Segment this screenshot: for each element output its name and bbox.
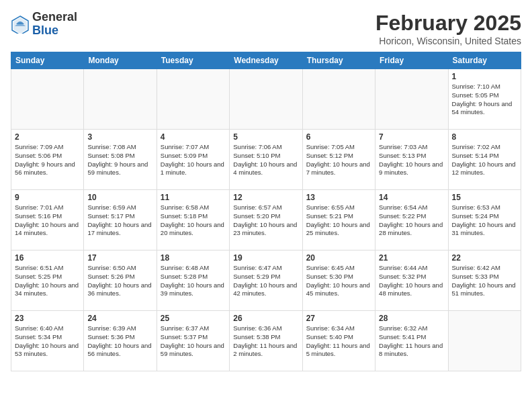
calendar-cell: 7Sunrise: 7:03 AM Sunset: 5:13 PM Daylig… [375, 130, 448, 190]
calendar-cell: 20Sunrise: 6:45 AM Sunset: 5:30 PM Dayli… [302, 250, 375, 311]
day-info: Sunrise: 6:42 AM Sunset: 5:33 PM Dayligh… [452, 264, 517, 298]
day-number: 26 [233, 314, 298, 323]
day-number: 16 [15, 253, 80, 263]
day-info: Sunrise: 6:39 AM Sunset: 5:36 PM Dayligh… [87, 324, 152, 359]
day-info: Sunrise: 6:36 AM Sunset: 5:38 PM Dayligh… [233, 324, 298, 359]
calendar-cell: 10Sunrise: 6:59 AM Sunset: 5:17 PM Dayli… [84, 190, 157, 250]
day-info: Sunrise: 6:53 AM Sunset: 5:24 PM Dayligh… [452, 203, 517, 238]
calendar-cell: 27Sunrise: 6:34 AM Sunset: 5:40 PM Dayli… [302, 311, 375, 371]
day-number: 9 [15, 193, 80, 202]
calendar-week-row: 23Sunrise: 6:40 AM Sunset: 5:34 PM Dayli… [11, 311, 521, 371]
calendar-title: February 2025 [375, 11, 521, 36]
day-info: Sunrise: 6:57 AM Sunset: 5:20 PM Dayligh… [233, 203, 298, 238]
calendar-cell: 3Sunrise: 7:08 AM Sunset: 5:08 PM Daylig… [84, 130, 157, 190]
day-number: 3 [87, 132, 152, 142]
day-number: 12 [233, 193, 298, 202]
day-number: 19 [233, 253, 298, 263]
calendar-cell: 13Sunrise: 6:55 AM Sunset: 5:21 PM Dayli… [302, 190, 375, 250]
calendar-cell: 19Sunrise: 6:47 AM Sunset: 5:29 PM Dayli… [230, 250, 302, 311]
page-header: General Blue February 2025 Horicon, Wisc… [11, 11, 521, 46]
day-of-week-header: Wednesday [230, 52, 302, 69]
day-info: Sunrise: 6:45 AM Sunset: 5:30 PM Dayligh… [306, 264, 371, 298]
calendar-week-row: 1Sunrise: 7:10 AM Sunset: 5:05 PM Daylig… [11, 69, 521, 130]
calendar-cell: 21Sunrise: 6:44 AM Sunset: 5:32 PM Dayli… [375, 250, 448, 311]
day-number: 4 [161, 132, 226, 142]
day-info: Sunrise: 6:34 AM Sunset: 5:40 PM Dayligh… [306, 324, 371, 359]
calendar-cell: 8Sunrise: 7:02 AM Sunset: 5:14 PM Daylig… [448, 130, 521, 190]
day-number: 18 [161, 253, 226, 263]
calendar-cell: 12Sunrise: 6:57 AM Sunset: 5:20 PM Dayli… [230, 190, 302, 250]
day-info: Sunrise: 6:37 AM Sunset: 5:37 PM Dayligh… [161, 324, 226, 359]
calendar-cell: 18Sunrise: 6:48 AM Sunset: 5:28 PM Dayli… [157, 250, 229, 311]
day-number: 27 [306, 314, 371, 323]
day-info: Sunrise: 6:51 AM Sunset: 5:25 PM Dayligh… [15, 264, 80, 298]
calendar-cell: 1Sunrise: 7:10 AM Sunset: 5:05 PM Daylig… [448, 69, 521, 130]
day-info: Sunrise: 6:48 AM Sunset: 5:28 PM Dayligh… [161, 264, 226, 298]
day-number: 23 [15, 314, 80, 323]
day-info: Sunrise: 6:58 AM Sunset: 5:18 PM Dayligh… [161, 203, 226, 238]
day-info: Sunrise: 7:08 AM Sunset: 5:08 PM Dayligh… [87, 143, 152, 177]
calendar-cell: 11Sunrise: 6:58 AM Sunset: 5:18 PM Dayli… [157, 190, 229, 250]
day-number: 24 [87, 314, 152, 323]
calendar-cell: 17Sunrise: 6:50 AM Sunset: 5:26 PM Dayli… [84, 250, 157, 311]
logo-blue: Blue [32, 24, 58, 37]
calendar-cell: 2Sunrise: 7:09 AM Sunset: 5:06 PM Daylig… [11, 130, 84, 190]
calendar-cell: 23Sunrise: 6:40 AM Sunset: 5:34 PM Dayli… [11, 311, 84, 371]
day-info: Sunrise: 7:09 AM Sunset: 5:06 PM Dayligh… [15, 143, 80, 177]
day-number: 13 [306, 193, 371, 202]
day-number: 17 [87, 253, 152, 263]
day-info: Sunrise: 7:06 AM Sunset: 5:10 PM Dayligh… [233, 143, 298, 177]
calendar-cell [230, 69, 302, 130]
calendar-cell: 26Sunrise: 6:36 AM Sunset: 5:38 PM Dayli… [230, 311, 302, 371]
calendar-cell: 9Sunrise: 7:01 AM Sunset: 5:16 PM Daylig… [11, 190, 84, 250]
calendar-cell: 5Sunrise: 7:06 AM Sunset: 5:10 PM Daylig… [230, 130, 302, 190]
day-info: Sunrise: 6:55 AM Sunset: 5:21 PM Dayligh… [306, 203, 371, 238]
day-number: 11 [161, 193, 226, 202]
day-info: Sunrise: 6:54 AM Sunset: 5:22 PM Dayligh… [379, 203, 444, 238]
day-info: Sunrise: 6:44 AM Sunset: 5:32 PM Dayligh… [379, 264, 444, 298]
day-number: 1 [452, 72, 517, 81]
calendar-header-row: SundayMondayTuesdayWednesdayThursdayFrid… [11, 52, 521, 69]
day-info: Sunrise: 6:47 AM Sunset: 5:29 PM Dayligh… [233, 264, 298, 298]
day-info: Sunrise: 7:07 AM Sunset: 5:09 PM Dayligh… [161, 143, 226, 177]
calendar-cell [302, 69, 375, 130]
day-number: 6 [306, 132, 371, 142]
day-number: 5 [233, 132, 298, 142]
day-of-week-header: Monday [84, 52, 157, 69]
day-number: 2 [15, 132, 80, 142]
calendar-subtitle: Horicon, Wisconsin, United States [375, 36, 521, 46]
day-info: Sunrise: 6:32 AM Sunset: 5:41 PM Dayligh… [379, 324, 444, 359]
day-info: Sunrise: 6:50 AM Sunset: 5:26 PM Dayligh… [87, 264, 152, 298]
day-info: Sunrise: 6:40 AM Sunset: 5:34 PM Dayligh… [15, 324, 80, 359]
calendar-cell: 28Sunrise: 6:32 AM Sunset: 5:41 PM Dayli… [375, 311, 448, 371]
day-number: 8 [452, 132, 517, 142]
day-number: 10 [87, 193, 152, 202]
day-of-week-header: Tuesday [157, 52, 229, 69]
calendar-cell: 6Sunrise: 7:05 AM Sunset: 5:12 PM Daylig… [302, 130, 375, 190]
day-number: 21 [379, 253, 444, 263]
day-number: 25 [161, 314, 226, 323]
day-info: Sunrise: 6:59 AM Sunset: 5:17 PM Dayligh… [87, 203, 152, 238]
day-of-week-header: Sunday [11, 52, 84, 69]
day-number: 28 [379, 314, 444, 323]
day-number: 22 [452, 253, 517, 263]
logo-icon [11, 15, 30, 34]
calendar-week-row: 9Sunrise: 7:01 AM Sunset: 5:16 PM Daylig… [11, 190, 521, 250]
day-info: Sunrise: 7:05 AM Sunset: 5:12 PM Dayligh… [306, 143, 371, 177]
calendar-cell [157, 69, 229, 130]
day-number: 14 [379, 193, 444, 202]
calendar-table: SundayMondayTuesdayWednesdayThursdayFrid… [11, 52, 521, 371]
day-info: Sunrise: 7:02 AM Sunset: 5:14 PM Dayligh… [452, 143, 517, 177]
day-info: Sunrise: 7:03 AM Sunset: 5:13 PM Dayligh… [379, 143, 444, 177]
day-number: 15 [452, 193, 517, 202]
calendar-cell: 24Sunrise: 6:39 AM Sunset: 5:36 PM Dayli… [84, 311, 157, 371]
calendar-cell [375, 69, 448, 130]
calendar-cell: 15Sunrise: 6:53 AM Sunset: 5:24 PM Dayli… [448, 190, 521, 250]
calendar-cell [448, 311, 521, 371]
calendar-cell: 25Sunrise: 6:37 AM Sunset: 5:37 PM Dayli… [157, 311, 229, 371]
logo: General Blue [11, 11, 77, 38]
calendar-cell: 4Sunrise: 7:07 AM Sunset: 5:09 PM Daylig… [157, 130, 229, 190]
day-info: Sunrise: 7:10 AM Sunset: 5:05 PM Dayligh… [452, 83, 517, 117]
calendar-cell: 14Sunrise: 6:54 AM Sunset: 5:22 PM Dayli… [375, 190, 448, 250]
title-block: February 2025 Horicon, Wisconsin, United… [375, 11, 521, 46]
